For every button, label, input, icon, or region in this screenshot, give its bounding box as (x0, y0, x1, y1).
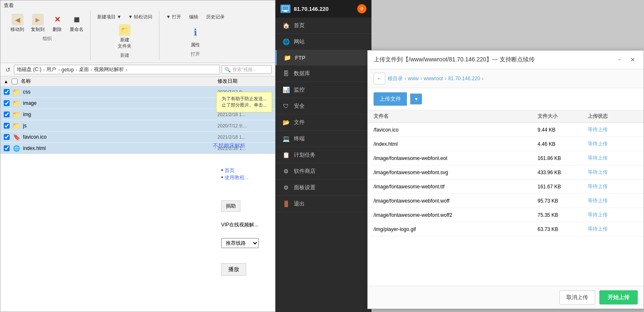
new-folder-label: 新建 文件夹 (118, 37, 131, 49)
move-to-icon: ◀ (12, 14, 23, 25)
sort-up-icon[interactable]: ▲ (4, 79, 8, 84)
open-section-label: 打开 (191, 51, 200, 57)
bullet1-link[interactable]: 首页 (225, 167, 235, 173)
move-to-button[interactable]: ◀ 移动到 (8, 13, 27, 34)
upload-row-woff[interactable]: /image/fontawesome-webfont.woff 95.73 KB… (368, 194, 644, 208)
upload-row-woff2[interactable]: /image/fontawesome-webfont.woff2 75.35 K… (368, 208, 644, 222)
security-icon: 🛡 (282, 103, 290, 109)
upload-filesize-index: 4.46 KB (538, 141, 588, 147)
search-box[interactable]: 🔍 搜索"视频... (222, 65, 272, 74)
nav-item-panel-settings[interactable]: ⚙ 面板设置 (275, 180, 371, 196)
breadcrumb-www[interactable]: www (408, 76, 419, 81)
upload-file-button[interactable]: 上传文件 (374, 92, 407, 106)
start-upload-button[interactable]: 开始上传 (599, 290, 638, 304)
file-date-js: 2020/7/12 9:... (217, 123, 272, 128)
open-button[interactable]: ▼ 打开 (164, 13, 184, 21)
nav-item-ftp[interactable]: 📁 FTP (275, 50, 371, 66)
nav-item-database[interactable]: 🗄 数据库 (275, 66, 371, 82)
path-part-3: getup (61, 67, 74, 73)
explorer-ribbon: 查看 ◀ 移动到 ▶ 复制到 ✕ 删除 (0, 0, 275, 63)
nav-item-appstore[interactable]: ⚙ 软件商店 (275, 163, 371, 180)
upload-filesize-gif: 63.73 KB (538, 226, 588, 232)
ftp-icon: 📁 (283, 54, 291, 61)
search-placeholder: 搜索"视频... (232, 66, 256, 73)
easy-access-button[interactable]: ▼ 轻松访问 (126, 13, 155, 21)
close-button[interactable]: ✕ (628, 55, 638, 65)
path-part-1: 地磁盘 (C:) (17, 66, 41, 73)
popup-notification: 为了有助于防止发送...止了部分图片。单击... (216, 92, 272, 112)
properties-label: 属性 (191, 42, 200, 48)
file-name-image: image (23, 100, 215, 106)
recommend-dropdown[interactable]: 推荐线路 (221, 238, 259, 248)
breadcrumb-wwwroot[interactable]: wwwroot (424, 76, 443, 81)
file-checkbox-css[interactable] (4, 89, 10, 95)
copy-to-button[interactable]: ▶ 复制到 (28, 13, 47, 34)
nav-item-monitor[interactable]: 📊 监控 (275, 82, 371, 98)
nav-label-panel-settings: 面板设置 (294, 184, 316, 191)
path-part-5: 视频网站解析 (94, 66, 124, 73)
nav-label-appstore: 软件商店 (294, 167, 316, 175)
new-folder-button[interactable]: 📁 新建 文件夹 (115, 23, 134, 51)
nav-item-website[interactable]: 🌐 网站 (275, 34, 371, 50)
rename-button[interactable]: ⬛ 重命名 (67, 13, 86, 34)
nav-item-logout[interactable]: 🚪 退出 (275, 196, 371, 212)
dialog-title: 上传文件到【/www/wwwroot/81.70.146.220】--- 支持断… (374, 56, 535, 63)
play-button[interactable]: 播放 (221, 263, 246, 276)
new-label: 新建 (120, 52, 129, 58)
nav-item-home[interactable]: 🏠 首页 (275, 18, 371, 34)
select-all-checkbox[interactable] (12, 79, 18, 84)
edit-button[interactable]: 编辑 (185, 13, 202, 21)
history-button[interactable]: 历史记录 (204, 13, 227, 21)
organize-label: 组织 (43, 36, 52, 42)
ftp-sidebar: 81.70.146.220 0 🏠 首页 🌐 网站 📁 FTP 🗄 数据库 📊 … (275, 0, 371, 312)
upload-row-svg[interactable]: /image/fontawesome-webfont.svg 433.96 KB… (368, 165, 644, 180)
easy-access-label: ▼ 轻松访问 (128, 14, 152, 20)
rename-label: 重命名 (70, 26, 83, 33)
play-btn-area[interactable]: 播放 (221, 263, 246, 276)
nav-item-tasks[interactable]: 📋 计划任务 (275, 147, 371, 163)
upload-row-index[interactable]: /index.html 4.46 KB 等待上传 (368, 137, 644, 151)
upload-status-woff2: 等待上传 (588, 211, 638, 218)
file-checkbox-js[interactable] (4, 123, 10, 129)
properties-button[interactable]: ℹ 属性 (184, 23, 206, 49)
file-list: 📁 css 2020/7/12 9:... 📁 image 2020/7/12 … (0, 86, 275, 312)
nav-item-files[interactable]: 📂 文件 (275, 114, 371, 131)
file-checkbox-image[interactable] (4, 100, 10, 106)
address-path[interactable]: 地磁盘 (C:) › 用户 › getup › 桌面 › 视频网站解析 › (14, 65, 220, 74)
file-checkbox-index[interactable] (4, 145, 10, 151)
file-checkbox-favicon[interactable] (4, 134, 10, 140)
path-part-2: 用户 (46, 66, 56, 73)
breadcrumb-root[interactable]: 根目录 (388, 75, 403, 82)
upload-filename-index: /index.html (374, 141, 538, 147)
recommend-select: 推荐线路 (221, 238, 259, 248)
ribbon-clipboard-buttons: ◀ 移动到 ▶ 复制到 ✕ 删除 ⬛ 重命名 (8, 13, 86, 34)
file-name-js: js (23, 123, 215, 129)
properties-icon: ℹ (187, 24, 204, 41)
file-row-favicon[interactable]: 🔖 favicon.ico 2021/2/18 1... (0, 132, 275, 143)
file-row-js[interactable]: 📁 js 2020/7/12 9:... (0, 120, 275, 132)
upload-row-gif[interactable]: /img/player-logo.gif 63.73 KB 等待上传 (368, 222, 644, 236)
upload-row-eot[interactable]: /image/fontawesome-webfont.eot 161.86 KB… (368, 151, 644, 165)
cancel-upload-button[interactable]: 取消上传 (559, 290, 595, 304)
upload-filename-eot: /image/fontawesome-webfont.eot (374, 155, 538, 161)
upload-row-favicon[interactable]: /favicon.ico 9.44 KB 等待上传 (368, 123, 644, 137)
notification-badge[interactable]: 0 (357, 4, 366, 13)
upload-dropdown-button[interactable]: ▼ (410, 94, 422, 104)
breadcrumb-ip[interactable]: 81.70.146.220 (448, 76, 480, 81)
new-item-button[interactable]: 新建项目 ▼ (95, 13, 124, 21)
upload-dialog: 上传文件到【/www/wwwroot/81.70.146.220】--- 支持断… (367, 50, 644, 309)
delete-button[interactable]: ✕ 删除 (49, 13, 66, 34)
webpage-link[interactable]: 不想赖床解析 (213, 142, 245, 150)
upload-row-ttf[interactable]: /image/fontawesome-webfont.ttf 161.67 KB… (368, 180, 644, 194)
breadcrumb-back-button[interactable]: ← (374, 73, 385, 84)
minimize-button[interactable]: － (614, 55, 624, 65)
donate-btn[interactable]: 捐助 (221, 200, 240, 212)
file-checkbox-img[interactable] (4, 112, 10, 117)
copy-to-label: 复制到 (31, 26, 45, 33)
refresh-button[interactable]: ↺ (4, 66, 12, 74)
home-icon: 🏠 (282, 22, 290, 29)
col-status-header: 上传状态 (588, 113, 638, 120)
nav-item-security[interactable]: 🛡 安全 (275, 98, 371, 114)
bullet2-link[interactable]: 使用教程... (225, 175, 249, 180)
nav-item-terminal[interactable]: 💻 终端 (275, 131, 371, 147)
